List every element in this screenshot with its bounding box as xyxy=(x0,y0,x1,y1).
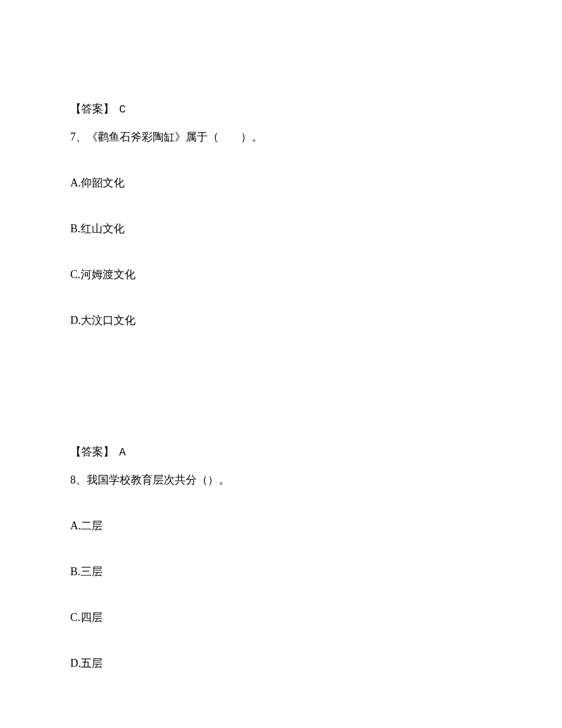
question-7-option-a: A.仰韶文化 xyxy=(70,175,492,191)
answer-7-value: A xyxy=(119,446,126,458)
question-8: 8、我国学校教育层次共分（）。 xyxy=(70,472,492,488)
answer-7: 【答案】A xyxy=(70,444,492,461)
question-8-option-b: B.三层 xyxy=(70,564,492,580)
answer-7-label: 【答案】 xyxy=(70,446,114,458)
answer-6-value: C xyxy=(119,103,126,116)
question-8-option-a: A.二层 xyxy=(70,518,492,534)
question-8-text: 我国学校教育层次共分（）。 xyxy=(87,474,230,486)
answer-6: 【答案】C xyxy=(70,101,492,118)
question-7-number: 7、 xyxy=(70,131,87,143)
question-7-option-c: C.河姆渡文化 xyxy=(70,267,492,283)
question-8-number: 8、 xyxy=(70,474,87,486)
question-8-option-d: D.五层 xyxy=(70,655,492,672)
question-7-text: 《鹳鱼石斧彩陶缸》属于（ ）。 xyxy=(87,131,263,143)
question-7: 7、《鹳鱼石斧彩陶缸》属于（ ）。 xyxy=(70,129,492,145)
spacer xyxy=(70,358,492,444)
question-7-option-d: D.大汶口文化 xyxy=(70,312,492,329)
question-8-option-c: C.四层 xyxy=(70,609,492,626)
question-7-option-b: B.红山文化 xyxy=(70,221,492,237)
answer-6-label: 【答案】 xyxy=(70,103,114,115)
